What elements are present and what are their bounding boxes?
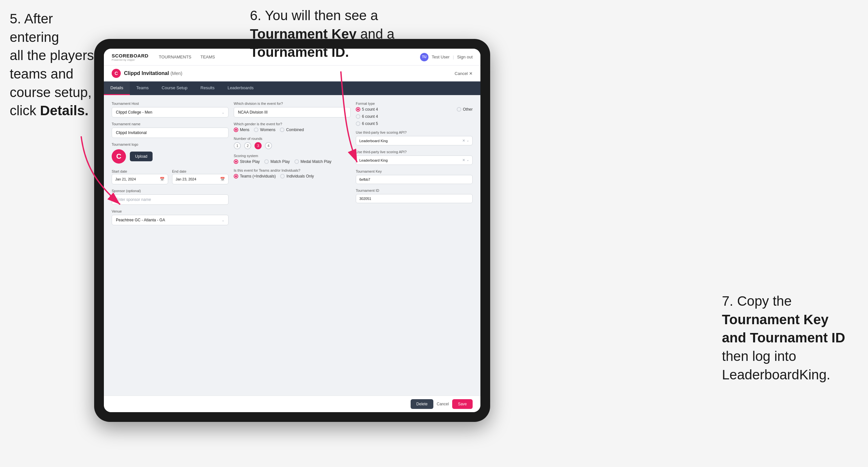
nav-teams[interactable]: TEAMS [200,55,215,59]
sponsor-input[interactable]: Enter sponsor name [112,194,228,205]
dates-group: Start date Jan 21, 2024 📅 End date Jan 2… [112,168,228,184]
tournament-name: Clippd Invitational (Men) [124,70,182,76]
5count4-dot[interactable] [356,107,360,112]
individuals-only-dot[interactable] [280,174,285,179]
gender-mens[interactable]: Mens [234,128,249,132]
input-controls-2: ✕ ⌄ [462,158,469,162]
end-date-input[interactable]: Jan 23, 2024 📅 [172,174,228,184]
scoring-medal-match[interactable]: Medal Match Play [294,159,332,164]
teams-individuals[interactable]: Teams (+Individuals) [234,174,276,179]
tab-bar: Details Teams Course Setup Results Leade… [104,82,480,95]
sponsor-group: Sponsor (optional) Enter sponsor name [112,189,228,205]
end-date-group: End date Jan 23, 2024 📅 [172,168,228,184]
venue-input[interactable]: Peachtree GC - Atlanta - GA ⌄ [112,215,228,225]
input-controls-1: ✕ ⌄ [462,138,469,143]
tab-leaderboards[interactable]: Leaderboards [221,82,260,95]
third-party-1-group: Use third-party live scoring API? Leader… [356,130,473,145]
calendar-icon: 📅 [160,177,164,181]
clear-icon-2[interactable]: ✕ [462,158,465,162]
dropdown-arrow-icon: ⌄ [222,111,224,114]
teams-individuals-dot[interactable] [234,174,238,179]
tournament-key-value: 6efbb7 [356,175,473,184]
division-group: Which division is the event for? NCAA Di… [234,101,350,118]
venue-group: Venue Peachtree GC - Atlanta - GA ⌄ [112,209,228,225]
other-dot[interactable] [457,107,461,112]
stroke-play-dot[interactable] [234,159,238,164]
division-dropdown-arrow: ⌄ [344,111,346,114]
right-column: Format type 5 count 4 6 count 4 [356,101,473,225]
tab-details[interactable]: Details [104,82,130,95]
page-header: C Clippd Invitational (Men) Cancel ✕ [104,66,480,82]
tab-course-setup[interactable]: Course Setup [155,82,194,95]
tablet-device: SCOREBOARD Powered by clippd TOURNAMENTS… [94,39,490,422]
calendar-icon-end: 📅 [220,177,225,181]
format-6count5[interactable]: 6 count 5 [356,121,450,126]
scoring-stroke-play[interactable]: Stroke Play [234,159,260,164]
format-5count4[interactable]: 5 count 4 [356,107,450,112]
third-party-2-group: Use third-party live scoring API? Leader… [356,150,473,165]
tournament-host-label: Tournament Host [112,101,228,105]
header-cancel-button[interactable]: Cancel ✕ [455,71,473,76]
combined-radio-dot[interactable] [280,128,284,132]
individuals-only[interactable]: Individuals Only [280,174,314,179]
medal-match-dot[interactable] [294,159,299,164]
round-4-button[interactable]: 4 [265,142,272,149]
6count5-dot[interactable] [356,121,360,126]
tournament-logo-group: Tournament logo C Upload [112,143,228,163]
womens-radio-dot[interactable] [254,128,258,132]
format-left: 5 count 4 6 count 4 6 count 5 [356,107,450,126]
end-date-label: End date [172,169,186,173]
format-6count4[interactable]: 6 count 4 [356,114,450,119]
sponsor-label: Sponsor (optional) [112,189,228,193]
footer-cancel-button[interactable]: Cancel [437,402,448,406]
sign-out-link[interactable]: Sign out [457,55,473,59]
6count4-dot[interactable] [356,114,360,119]
round-3-button[interactable]: 3 [254,142,261,149]
date-row: Start date Jan 21, 2024 📅 End date Jan 2… [112,168,228,184]
format-right: Other [457,107,473,126]
tab-results[interactable]: Results [194,82,221,95]
format-other[interactable]: Other [457,107,473,112]
gender-combined[interactable]: Combined [280,128,304,132]
left-column: Tournament Host Clippd College - Men ⌄ T… [112,101,228,225]
middle-column: Which division is the event for? NCAA Di… [234,101,350,225]
venue-label: Venue [112,209,228,213]
save-button[interactable]: Save [452,399,473,409]
logo-preview: C [112,149,126,163]
start-date-group: Start date Jan 21, 2024 📅 [112,168,168,184]
teams-radio-group: Teams (+Individuals) Individuals Only [234,174,350,179]
scoring-group: Scoring system Stroke Play Match Play [234,154,350,164]
gender-womens[interactable]: Womens [254,128,275,132]
clear-icon-1[interactable]: ✕ [462,138,465,143]
third-party-1-input[interactable]: Leaderboard King ✕ ⌄ [356,136,473,145]
tournament-logo-label: Tournament logo [112,143,228,146]
tablet-screen: SCOREBOARD Powered by clippd TOURNAMENTS… [104,49,480,412]
delete-button[interactable]: Delete [411,399,434,409]
match-play-dot[interactable] [264,159,269,164]
scoring-radio-group: Stroke Play Match Play Medal Match Play [234,159,350,164]
logo-section: C Upload [112,149,228,163]
start-date-input[interactable]: Jan 21, 2024 📅 [112,174,168,184]
nav-tournaments[interactable]: TOURNAMENTS [159,55,191,59]
tournament-name-input[interactable]: Clippd Invitational [112,128,228,138]
mens-radio-dot[interactable] [234,128,238,132]
third-party-2-label: Use third-party live scoring API? [356,150,473,154]
tab-teams[interactable]: Teams [130,82,155,95]
tournament-id-value: 302051 [356,194,473,203]
upload-button[interactable]: Upload [130,152,153,161]
tournament-key-label: Tournament Key [356,169,473,173]
third-party-2-input[interactable]: Leaderboard King ✕ ⌄ [356,155,473,165]
round-1-button[interactable]: 1 [234,142,241,149]
gender-radio-group: Mens Womens Combined [234,128,350,132]
division-label: Which division is the event for? [234,101,350,105]
dropdown-arrow-2: ⌄ [466,158,469,162]
tournament-name-label: Tournament name [112,122,228,126]
tournament-host-group: Tournament Host Clippd College - Men ⌄ [112,101,228,118]
tournament-title-bar: C Clippd Invitational (Men) [112,69,455,78]
round-2-button[interactable]: 2 [244,142,251,149]
tournament-host-input[interactable]: Clippd College - Men ⌄ [112,107,228,118]
scoring-match-play[interactable]: Match Play [264,159,289,164]
division-input[interactable]: NCAA Division III ⌄ [234,107,350,118]
venue-dropdown-arrow-icon: ⌄ [222,218,224,222]
dropdown-arrow-1: ⌄ [466,138,469,143]
